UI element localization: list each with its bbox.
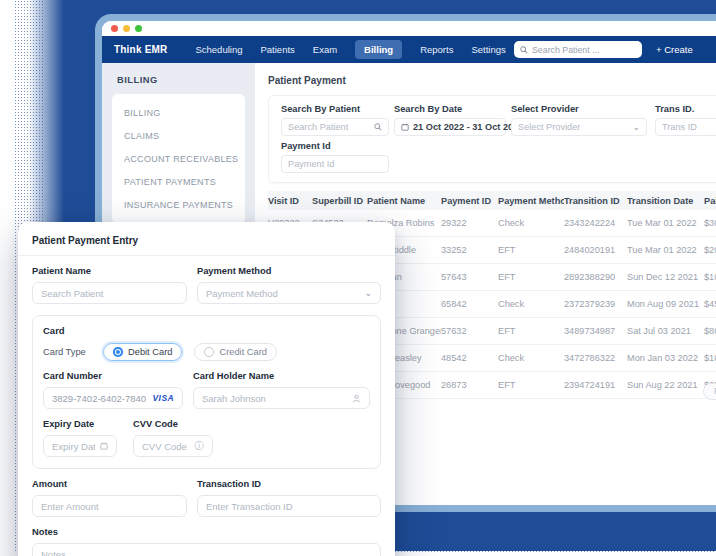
table-cell: 29322: [441, 218, 498, 228]
expiry-date-field: Expiry Date: [43, 419, 117, 457]
patient-name-input[interactable]: [41, 288, 178, 299]
cvv-input-box[interactable]: ⓘ: [133, 435, 213, 457]
table-cell: Sun Dec 12 2021: [627, 272, 704, 282]
table-cell: 57643: [441, 272, 498, 282]
provider-select-placeholder: Select Provider: [518, 122, 628, 132]
table-cell: 2484020191: [564, 245, 627, 255]
field-label: Notes: [32, 527, 381, 538]
field-label: Card Holder Name: [193, 371, 370, 382]
trans-id-input[interactable]: [662, 122, 716, 132]
card-number-row: Card Number VISA Card Holder Name: [43, 371, 370, 409]
nav-item-billing[interactable]: Billing: [355, 40, 402, 59]
sidebar-item-billing[interactable]: BILLING: [124, 108, 233, 118]
card-holder-input-box[interactable]: [193, 387, 370, 409]
table-cell: 3472786322: [564, 353, 627, 363]
window-minimize-button[interactable]: [123, 25, 130, 32]
table-cell: 48542: [441, 353, 498, 363]
table-cell: $100: [704, 353, 716, 363]
table-column-header: Superbill ID: [312, 196, 367, 206]
debit-card-label: Debit Card: [128, 347, 172, 357]
table-column-header: Transition ID: [564, 196, 627, 206]
field-label: Payment Method: [197, 266, 381, 277]
amount-input-box[interactable]: [32, 495, 187, 517]
expiry-date-input-box[interactable]: [43, 435, 117, 457]
table-cell: $300: [704, 218, 716, 228]
table-cell: Check: [498, 218, 564, 228]
table-cell: 57632: [441, 326, 498, 336]
card-panel-title: Card: [43, 325, 370, 336]
table-cell: 33252: [441, 245, 498, 255]
pagination-previous-button[interactable]: Previous: [703, 383, 716, 400]
radio-on-icon: [113, 347, 123, 357]
transaction-id-input[interactable]: [206, 501, 372, 512]
payment-id-input[interactable]: [288, 159, 382, 169]
field-label: Patient Name: [32, 266, 187, 277]
calendar-icon: [401, 123, 409, 131]
table-cell: 26873: [441, 380, 498, 390]
filter-trans-id: Trans ID.: [655, 104, 716, 136]
filter-patient-input[interactable]: [288, 122, 370, 132]
notes-input[interactable]: [41, 549, 372, 556]
filter-label: Search By Date: [394, 104, 506, 115]
table-cell: $200: [704, 245, 716, 255]
card-holder-input[interactable]: [202, 393, 347, 404]
sidebar-billing-menu: BILLINGCLAIMSACCOUNT RECEIVABLESPATIENT …: [112, 94, 245, 224]
transaction-id-field: Transaction ID: [197, 479, 381, 517]
transaction-id-input-box[interactable]: [197, 495, 381, 517]
patient-search-box[interactable]: [514, 41, 642, 58]
nav-item-settings[interactable]: Settings: [471, 44, 505, 55]
nav-items: SchedulingPatientsExamBillingReportsSett…: [195, 40, 505, 59]
table-column-header: Transition Date: [627, 196, 704, 206]
visa-logo: VISA: [153, 393, 174, 403]
sidebar-item-claims[interactable]: CLAIMS: [124, 131, 233, 141]
notes-input-box[interactable]: [32, 543, 381, 556]
patient-search-input[interactable]: [532, 45, 636, 55]
table-cell: 65842: [441, 299, 498, 309]
nav-item-exam[interactable]: Exam: [313, 44, 337, 55]
table-cell: 3489734987: [564, 326, 627, 336]
filter-label: Trans ID.: [655, 104, 716, 115]
nav-item-scheduling[interactable]: Scheduling: [195, 44, 242, 55]
field-label: Transaction ID: [197, 479, 381, 490]
expiry-date-input[interactable]: [52, 441, 95, 452]
notes-field: Notes: [32, 527, 381, 556]
date-range-picker[interactable]: 21 Oct 2022 - 31 Oct 2022: [394, 118, 506, 136]
cvv-input[interactable]: [142, 441, 190, 452]
patient-payment-entry-modal: Patient Payment Entry Patient Name Payme…: [18, 222, 395, 556]
nav-item-reports[interactable]: Reports: [420, 44, 453, 55]
chevron-down-icon: ⌄: [632, 122, 640, 132]
card-number-input-box[interactable]: VISA: [43, 387, 183, 409]
table-cell: 2394724191: [564, 380, 627, 390]
credit-card-radio[interactable]: Credit Card: [194, 343, 277, 361]
provider-select[interactable]: Select Provider ⌄: [511, 118, 647, 136]
field-label: Card Number: [43, 371, 183, 382]
trans-id-input-box[interactable]: [655, 118, 716, 136]
sidebar-item-patient-payments[interactable]: PATIENT PAYMENTS: [124, 177, 233, 187]
sidebar-item-insurance-payments[interactable]: INSURANCE PAYMENTS: [124, 200, 233, 210]
filter-patient-input-box[interactable]: [281, 118, 389, 136]
filter-select-provider: Select Provider Select Provider ⌄: [511, 104, 647, 136]
screenshot-stage: Think EMR SchedulingPatientsExamBillingR…: [0, 0, 716, 556]
table-cell: EFT: [498, 380, 564, 390]
filter-label: Select Provider: [511, 104, 647, 115]
card-number-input[interactable]: [52, 393, 148, 404]
patient-name-input-box[interactable]: [32, 282, 187, 304]
modal-row-name-method: Patient Name Payment Method Payment Meth…: [32, 266, 381, 304]
create-button[interactable]: + Create: [656, 44, 716, 55]
payment-method-select[interactable]: Payment Method ⌄: [197, 282, 381, 304]
payment-id-input-box[interactable]: [281, 155, 389, 173]
brand-logo: Think EMR: [114, 44, 167, 55]
page-title: Patient Payment: [268, 75, 716, 86]
window-close-button[interactable]: [111, 25, 118, 32]
search-icon: [374, 123, 382, 131]
sidebar-item-account-receivables[interactable]: ACCOUNT RECEIVABLES: [124, 154, 233, 164]
table-cell: EFT: [498, 326, 564, 336]
expiry-cvv-row: Expiry Date CVV Code ⓘ: [43, 419, 370, 457]
nav-item-patients[interactable]: Patients: [260, 44, 294, 55]
field-label: CVV Code: [133, 419, 213, 430]
table-column-header: Payment Method: [498, 196, 564, 206]
window-zoom-button[interactable]: [135, 25, 142, 32]
debit-card-radio[interactable]: Debit Card: [103, 343, 182, 361]
amount-input[interactable]: [41, 501, 178, 512]
table-cell: 2892388290: [564, 272, 627, 282]
